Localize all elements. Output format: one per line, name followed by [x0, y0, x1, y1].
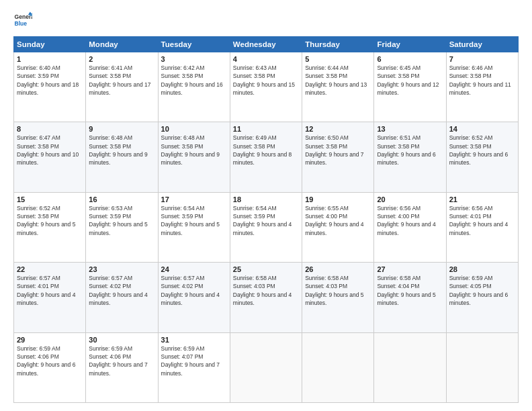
day-info: Sunrise: 6:58 AM Sunset: 4:04 PM Dayligh… [377, 274, 443, 307]
calendar-cell: 16 Sunrise: 6:53 AM Sunset: 3:59 PM Dayl… [86, 192, 158, 262]
day-info: Sunrise: 6:43 AM Sunset: 3:58 PM Dayligh… [233, 64, 299, 97]
day-info: Sunrise: 6:44 AM Sunset: 3:58 PM Dayligh… [305, 64, 371, 97]
calendar-cell: 29 Sunrise: 6:59 AM Sunset: 4:06 PM Dayl… [14, 332, 86, 402]
weekday-header-wednesday: Wednesday [230, 37, 302, 52]
calendar-cell [302, 332, 374, 402]
day-number: 11 [233, 125, 299, 133]
calendar-cell: 13 Sunrise: 6:51 AM Sunset: 3:58 PM Dayl… [374, 122, 446, 192]
calendar-table: SundayMondayTuesdayWednesdayThursdayFrid… [13, 36, 519, 403]
weekday-header-thursday: Thursday [302, 37, 374, 52]
calendar-cell: 12 Sunrise: 6:50 AM Sunset: 3:58 PM Dayl… [302, 122, 374, 192]
day-info: Sunrise: 6:52 AM Sunset: 3:58 PM Dayligh… [449, 134, 515, 167]
calendar-cell: 23 Sunrise: 6:57 AM Sunset: 4:02 PM Dayl… [86, 263, 158, 332]
calendar-cell: 20 Sunrise: 6:56 AM Sunset: 4:00 PM Dayl… [374, 192, 446, 262]
day-info: Sunrise: 6:54 AM Sunset: 3:59 PM Dayligh… [233, 204, 299, 237]
header: General Blue [13, 11, 519, 30]
calendar-cell: 8 Sunrise: 6:47 AM Sunset: 3:58 PM Dayli… [14, 122, 86, 192]
page: General Blue SundayMondayTuesdayWednesda… [0, 0, 532, 411]
day-info: Sunrise: 6:40 AM Sunset: 3:59 PM Dayligh… [17, 64, 83, 97]
calendar-cell: 24 Sunrise: 6:57 AM Sunset: 4:02 PM Dayl… [158, 263, 230, 332]
calendar-cell: 19 Sunrise: 6:55 AM Sunset: 4:00 PM Dayl… [302, 192, 374, 262]
day-info: Sunrise: 6:58 AM Sunset: 4:03 PM Dayligh… [233, 274, 299, 307]
day-info: Sunrise: 6:57 AM Sunset: 4:01 PM Dayligh… [17, 274, 83, 307]
day-number: 8 [17, 125, 83, 133]
logo-icon: General Blue [13, 11, 32, 30]
day-info: Sunrise: 6:59 AM Sunset: 4:07 PM Dayligh… [161, 345, 227, 377]
day-number: 20 [377, 195, 443, 203]
calendar-cell: 21 Sunrise: 6:56 AM Sunset: 4:01 PM Dayl… [446, 192, 518, 262]
calendar-week-row: 29 Sunrise: 6:59 AM Sunset: 4:06 PM Dayl… [14, 332, 519, 402]
calendar-week-row: 8 Sunrise: 6:47 AM Sunset: 3:58 PM Dayli… [14, 122, 519, 192]
day-number: 14 [449, 125, 515, 133]
svg-text:Blue: Blue [15, 20, 28, 27]
day-number: 24 [161, 265, 227, 273]
weekday-header-friday: Friday [374, 37, 446, 52]
day-number: 7 [449, 55, 515, 63]
calendar-cell: 11 Sunrise: 6:49 AM Sunset: 3:58 PM Dayl… [230, 122, 302, 192]
day-info: Sunrise: 6:51 AM Sunset: 3:58 PM Dayligh… [377, 134, 443, 167]
calendar-cell: 17 Sunrise: 6:54 AM Sunset: 3:59 PM Dayl… [158, 192, 230, 262]
day-info: Sunrise: 6:57 AM Sunset: 4:02 PM Dayligh… [89, 274, 154, 307]
day-info: Sunrise: 6:48 AM Sunset: 3:58 PM Dayligh… [161, 134, 227, 167]
day-number: 25 [233, 265, 299, 273]
day-number: 12 [305, 125, 371, 133]
day-info: Sunrise: 6:54 AM Sunset: 3:59 PM Dayligh… [161, 204, 227, 237]
day-number: 3 [161, 55, 227, 63]
calendar-week-row: 22 Sunrise: 6:57 AM Sunset: 4:01 PM Dayl… [14, 263, 519, 332]
calendar-cell: 25 Sunrise: 6:58 AM Sunset: 4:03 PM Dayl… [230, 263, 302, 332]
day-info: Sunrise: 6:58 AM Sunset: 4:03 PM Dayligh… [305, 274, 371, 307]
day-info: Sunrise: 6:59 AM Sunset: 4:06 PM Dayligh… [17, 345, 83, 377]
day-number: 23 [89, 265, 154, 273]
calendar-cell: 4 Sunrise: 6:43 AM Sunset: 3:58 PM Dayli… [230, 52, 302, 122]
calendar-cell [230, 332, 302, 402]
calendar-cell: 26 Sunrise: 6:58 AM Sunset: 4:03 PM Dayl… [302, 263, 374, 332]
day-number: 30 [89, 336, 154, 344]
calendar-cell: 18 Sunrise: 6:54 AM Sunset: 3:59 PM Dayl… [230, 192, 302, 262]
day-info: Sunrise: 6:53 AM Sunset: 3:59 PM Dayligh… [89, 204, 154, 237]
day-number: 26 [305, 265, 371, 273]
calendar-cell: 30 Sunrise: 6:59 AM Sunset: 4:06 PM Dayl… [86, 332, 158, 402]
day-info: Sunrise: 6:45 AM Sunset: 3:58 PM Dayligh… [377, 64, 443, 97]
day-number: 28 [449, 265, 515, 273]
day-number: 15 [17, 195, 83, 203]
calendar-week-row: 1 Sunrise: 6:40 AM Sunset: 3:59 PM Dayli… [14, 52, 519, 122]
calendar-cell: 1 Sunrise: 6:40 AM Sunset: 3:59 PM Dayli… [14, 52, 86, 122]
day-number: 16 [89, 195, 154, 203]
day-number: 13 [377, 125, 443, 133]
day-info: Sunrise: 6:59 AM Sunset: 4:05 PM Dayligh… [449, 274, 515, 307]
day-number: 18 [233, 195, 299, 203]
calendar-cell: 3 Sunrise: 6:42 AM Sunset: 3:58 PM Dayli… [158, 52, 230, 122]
day-info: Sunrise: 6:46 AM Sunset: 3:58 PM Dayligh… [449, 64, 515, 97]
calendar-cell: 5 Sunrise: 6:44 AM Sunset: 3:58 PM Dayli… [302, 52, 374, 122]
day-info: Sunrise: 6:55 AM Sunset: 4:00 PM Dayligh… [305, 204, 371, 237]
weekday-header-tuesday: Tuesday [158, 37, 230, 52]
day-number: 17 [161, 195, 227, 203]
day-info: Sunrise: 6:47 AM Sunset: 3:58 PM Dayligh… [17, 134, 83, 167]
day-info: Sunrise: 6:52 AM Sunset: 3:58 PM Dayligh… [17, 204, 83, 237]
calendar-cell: 27 Sunrise: 6:58 AM Sunset: 4:04 PM Dayl… [374, 263, 446, 332]
day-info: Sunrise: 6:41 AM Sunset: 3:58 PM Dayligh… [89, 64, 154, 97]
day-number: 19 [305, 195, 371, 203]
weekday-header-monday: Monday [86, 37, 158, 52]
day-info: Sunrise: 6:48 AM Sunset: 3:58 PM Dayligh… [89, 134, 154, 167]
calendar-cell [374, 332, 446, 402]
day-number: 6 [377, 55, 443, 63]
day-number: 2 [89, 55, 154, 63]
day-info: Sunrise: 6:57 AM Sunset: 4:02 PM Dayligh… [161, 274, 227, 307]
day-info: Sunrise: 6:42 AM Sunset: 3:58 PM Dayligh… [161, 64, 227, 97]
calendar-cell: 6 Sunrise: 6:45 AM Sunset: 3:58 PM Dayli… [374, 52, 446, 122]
day-number: 5 [305, 55, 371, 63]
day-number: 29 [17, 336, 83, 344]
day-number: 1 [17, 55, 83, 63]
day-info: Sunrise: 6:56 AM Sunset: 4:01 PM Dayligh… [449, 204, 515, 237]
day-number: 9 [89, 125, 154, 133]
calendar-cell: 10 Sunrise: 6:48 AM Sunset: 3:58 PM Dayl… [158, 122, 230, 192]
day-info: Sunrise: 6:49 AM Sunset: 3:58 PM Dayligh… [233, 134, 299, 167]
day-number: 21 [449, 195, 515, 203]
day-number: 22 [17, 265, 83, 273]
calendar-cell: 31 Sunrise: 6:59 AM Sunset: 4:07 PM Dayl… [158, 332, 230, 402]
weekday-header-saturday: Saturday [446, 37, 518, 52]
calendar-cell: 22 Sunrise: 6:57 AM Sunset: 4:01 PM Dayl… [14, 263, 86, 332]
calendar-cell: 9 Sunrise: 6:48 AM Sunset: 3:58 PM Dayli… [86, 122, 158, 192]
calendar-cell [446, 332, 518, 402]
